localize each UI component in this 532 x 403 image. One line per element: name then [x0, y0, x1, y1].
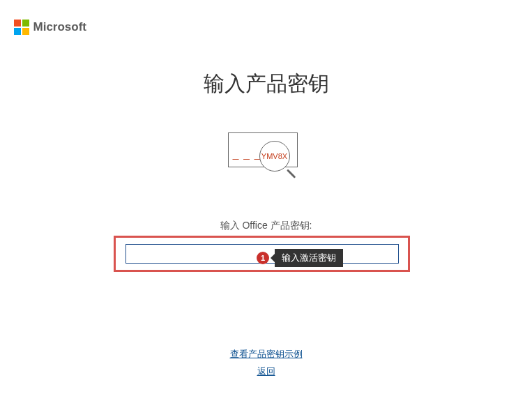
microsoft-logo-icon	[14, 20, 29, 35]
back-link[interactable]: 返回	[257, 365, 275, 378]
sample-key-text: YMV8X	[261, 152, 287, 160]
microsoft-logo: Microsoft	[14, 20, 86, 35]
annotation-badge: 1	[257, 252, 269, 264]
microsoft-logo-text: Microsoft	[33, 20, 87, 34]
product-key-illustration: — — — YMV8X	[221, 132, 312, 181]
key-dashes: — — —	[233, 155, 262, 162]
magnifier-icon: YMV8X	[259, 141, 301, 183]
annotation-tooltip: 输入激活密钥	[275, 249, 343, 267]
footer-links: 查看产品密钥示例 返回	[0, 347, 532, 382]
product-key-label: 输入 Office 产品密钥:	[0, 220, 532, 232]
annotation-callout: 1 输入激活密钥	[257, 249, 343, 267]
page-title: 输入产品密钥	[0, 70, 532, 98]
example-key-link[interactable]: 查看产品密钥示例	[230, 348, 303, 360]
